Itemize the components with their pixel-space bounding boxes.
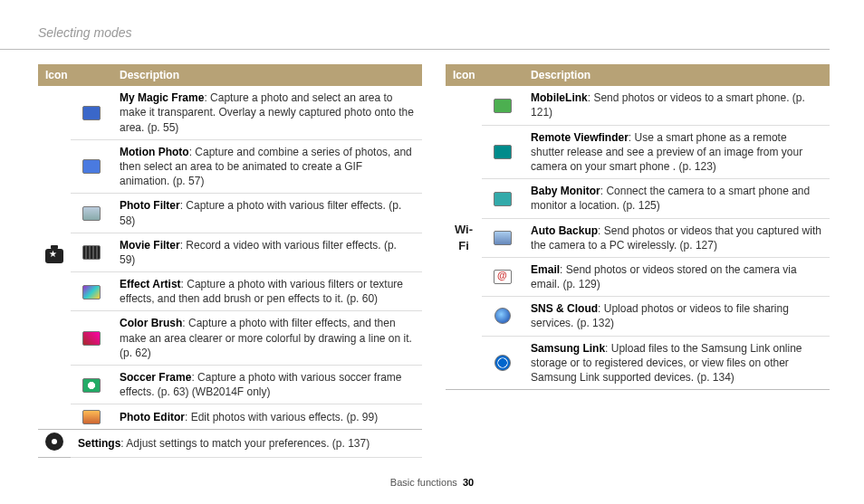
page-title: Selecting modes bbox=[0, 0, 830, 50]
table-row: Wi-FiMobileLink: Send photos or videos t… bbox=[446, 86, 830, 125]
row-description: SNS & Cloud: Upload photos or videos to … bbox=[523, 297, 830, 336]
feature-icon bbox=[82, 159, 101, 174]
row-description: Auto Backup: Send photos or videos that … bbox=[523, 218, 830, 257]
row-description: Samsung Link: Upload files to the Samsun… bbox=[523, 336, 830, 390]
content-columns: Icon Description My Magic Frame: Capture… bbox=[0, 64, 864, 458]
th-desc-r: Description bbox=[523, 64, 830, 86]
table-row-settings: Settings: Adjust settings to match your … bbox=[38, 430, 422, 458]
row-icon-cell bbox=[482, 297, 523, 336]
feature-icon bbox=[494, 308, 511, 324]
footer-page-number: 30 bbox=[463, 477, 474, 488]
feature-icon bbox=[82, 106, 101, 120]
row-icon-cell bbox=[71, 404, 112, 430]
row-description: Movie Filter: Record a video with variou… bbox=[112, 233, 422, 271]
row-description: Email: Send photos or videos stored on t… bbox=[523, 257, 830, 296]
row-description: Baby Monitor: Connect the camera to a sm… bbox=[523, 179, 830, 218]
row-description: Photo Filter: Capture a photo with vario… bbox=[112, 194, 422, 233]
feature-icon bbox=[82, 410, 101, 424]
row-icon-cell bbox=[482, 86, 523, 125]
wifi-label-icon: Wi-Fi bbox=[455, 223, 473, 252]
table-row: Color Brush: Capture a photo with filter… bbox=[38, 311, 422, 366]
th-icon-r: Icon bbox=[446, 64, 523, 86]
row-icon-cell bbox=[482, 179, 523, 218]
row-icon-cell bbox=[71, 139, 112, 194]
row-icon-cell bbox=[482, 257, 523, 296]
table-row: Photo Editor: Edit photos with various e… bbox=[38, 404, 422, 430]
row-icon-cell bbox=[71, 311, 112, 366]
table-row: Samsung Link: Upload files to the Samsun… bbox=[446, 336, 830, 390]
row-description: Remote Viewfinder: Use a smart phone as … bbox=[523, 125, 830, 179]
page-footer: Basic functions 30 bbox=[0, 477, 864, 488]
gear-icon bbox=[47, 434, 62, 449]
feature-icon bbox=[494, 231, 512, 245]
group-icon-cell bbox=[38, 86, 71, 430]
table-row: Photo Filter: Capture a photo with vario… bbox=[38, 194, 422, 233]
feature-icon bbox=[82, 331, 101, 346]
row-icon-cell bbox=[71, 272, 112, 311]
left-table: Icon Description My Magic Frame: Capture… bbox=[38, 64, 422, 458]
row-icon-cell bbox=[482, 336, 523, 390]
table-row: My Magic Frame: Capture a photo and sele… bbox=[38, 86, 422, 139]
table-row: Auto Backup: Send photos or videos that … bbox=[446, 218, 830, 257]
table-row: Baby Monitor: Connect the camera to a sm… bbox=[446, 179, 830, 218]
row-icon-cell bbox=[482, 125, 523, 179]
left-column: Icon Description My Magic Frame: Capture… bbox=[38, 64, 422, 458]
table-row: Effect Artist: Capture a photo with vari… bbox=[38, 272, 422, 311]
row-icon-cell bbox=[71, 194, 112, 233]
row-description: Color Brush: Capture a photo with filter… bbox=[112, 311, 422, 366]
row-icon-cell bbox=[71, 233, 112, 271]
row-icon-cell bbox=[71, 366, 112, 404]
group-icon-cell bbox=[38, 430, 71, 458]
feature-icon bbox=[494, 270, 512, 284]
group-icon-cell: Wi-Fi bbox=[446, 86, 482, 390]
feature-icon bbox=[82, 378, 101, 393]
table-row: Remote Viewfinder: Use a smart phone as … bbox=[446, 125, 830, 179]
th-desc: Description bbox=[112, 64, 422, 86]
th-icon: Icon bbox=[38, 64, 112, 86]
feature-icon bbox=[494, 355, 511, 371]
feature-icon bbox=[494, 192, 512, 206]
row-description: Soccer Frame: Capture a photo with vario… bbox=[112, 366, 422, 404]
row-description: My Magic Frame: Capture a photo and sele… bbox=[112, 86, 422, 139]
right-column: Icon Description Wi-FiMobileLink: Send p… bbox=[446, 64, 830, 458]
camera-star-icon bbox=[45, 249, 63, 263]
feature-icon bbox=[82, 206, 101, 221]
feature-icon bbox=[494, 145, 512, 159]
table-row: Email: Send photos or videos stored on t… bbox=[446, 257, 830, 296]
table-row: Motion Photo: Capture and combine a seri… bbox=[38, 139, 422, 194]
row-description: MobileLink: Send photos or videos to a s… bbox=[523, 86, 830, 125]
feature-icon bbox=[82, 245, 101, 260]
feature-icon bbox=[82, 285, 101, 300]
row-icon-cell bbox=[71, 86, 112, 139]
row-description: Effect Artist: Capture a photo with vari… bbox=[112, 272, 422, 311]
table-row: Movie Filter: Record a video with variou… bbox=[38, 233, 422, 271]
feature-icon bbox=[494, 99, 512, 113]
row-icon-cell bbox=[482, 218, 523, 257]
row-description: Settings: Adjust settings to match your … bbox=[71, 430, 422, 458]
right-table: Icon Description Wi-FiMobileLink: Send p… bbox=[446, 64, 830, 390]
row-description: Motion Photo: Capture and combine a seri… bbox=[112, 139, 422, 194]
footer-section: Basic functions bbox=[390, 477, 457, 488]
row-description: Photo Editor: Edit photos with various e… bbox=[112, 404, 422, 430]
table-row: SNS & Cloud: Upload photos or videos to … bbox=[446, 297, 830, 336]
table-row: Soccer Frame: Capture a photo with vario… bbox=[38, 366, 422, 404]
